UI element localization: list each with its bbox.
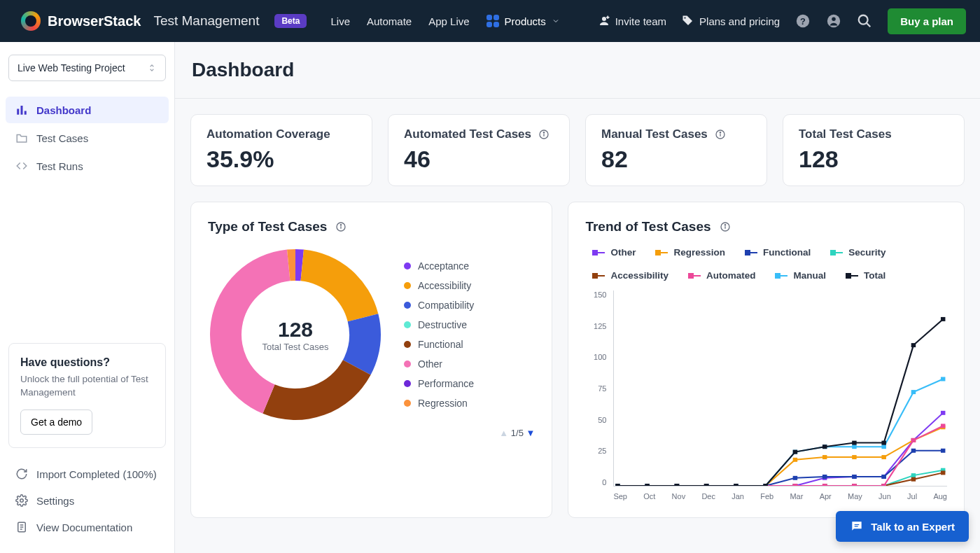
svg-rect-62: [882, 475, 886, 479]
invite-team-button[interactable]: Invite team: [598, 15, 666, 27]
app-header: BrowserStack Test Management Beta Live A…: [0, 0, 980, 42]
info-icon[interactable]: [720, 221, 731, 232]
svg-line-8: [867, 23, 871, 27]
svg-rect-110: [882, 444, 886, 449]
legend-label: Accessibility: [610, 270, 668, 281]
legend-item: Other: [592, 247, 636, 258]
nav-products[interactable]: Products: [486, 15, 560, 27]
svg-rect-121: [853, 441, 857, 445]
legend-item: Automated: [688, 270, 756, 281]
svg-point-22: [720, 132, 720, 133]
sidebar-item-testruns[interactable]: Test Runs: [6, 153, 169, 179]
legend-item: Acceptance: [404, 260, 474, 272]
svg-rect-123: [911, 343, 916, 347]
card-total-tests: Total Test Cases 128: [783, 114, 965, 186]
legend-item: Accessibility: [404, 280, 474, 291]
svg-rect-49: [853, 455, 857, 459]
page-title: Dashboard: [175, 42, 980, 98]
sidebar-item-testcases[interactable]: Test Cases: [6, 125, 169, 151]
svg-rect-124: [941, 317, 945, 321]
svg-point-19: [543, 132, 544, 133]
search-icon[interactable]: [857, 13, 872, 29]
nav-live[interactable]: Live: [330, 15, 350, 27]
sidebar-item-label: Test Runs: [36, 160, 83, 172]
svg-rect-115: [675, 484, 679, 486]
legend-item: Accessibility: [592, 270, 668, 281]
legend-item: Other: [404, 358, 474, 370]
svg-rect-97: [853, 484, 857, 486]
code-icon: [15, 160, 28, 172]
sidebar-docs[interactable]: View Documentation: [6, 514, 169, 540]
pager-prev-icon[interactable]: ▲: [499, 428, 508, 438]
help-icon[interactable]: ?: [795, 13, 811, 29]
svg-point-2: [684, 17, 685, 18]
questions-title: Have questions?: [20, 356, 154, 369]
sidebar-settings[interactable]: Settings: [6, 487, 169, 514]
legend-item: Regression: [404, 398, 474, 409]
sidebar-footer-label: Import Completed (100%): [36, 468, 157, 480]
pager-next-icon[interactable]: ▼: [526, 428, 536, 438]
legend-label: Automated: [706, 270, 756, 281]
svg-point-6: [832, 18, 836, 22]
legend-label: Functional: [763, 247, 811, 258]
svg-rect-116: [704, 484, 708, 486]
panel-title: Type of Test Cases: [208, 219, 327, 234]
legend-dot-icon: [404, 262, 411, 270]
donut-legend: AcceptanceAccessibilityCompatibilityDest…: [404, 260, 474, 409]
svg-rect-96: [822, 484, 827, 486]
donut-chart: 128 Total Test Cases: [208, 247, 383, 422]
legend-label: Regression: [673, 247, 725, 258]
info-icon[interactable]: [538, 129, 550, 140]
pager-text: 1/5: [511, 428, 524, 438]
legend-item: Manual: [775, 270, 826, 281]
chat-widget[interactable]: Talk to an Expert: [836, 511, 969, 542]
svg-rect-11: [24, 111, 27, 115]
plans-pricing-link[interactable]: Plans and pricing: [682, 15, 780, 27]
svg-rect-63: [911, 449, 916, 453]
chat-icon: [850, 519, 864, 533]
svg-rect-109: [853, 444, 857, 449]
brand-name: BrowserStack: [48, 13, 141, 29]
brand-logo[interactable]: BrowserStack: [21, 11, 141, 31]
logo-icon: [21, 11, 41, 31]
sidebar-nav: Dashboard Test Cases Test Runs: [6, 97, 169, 179]
invite-icon: [598, 15, 610, 27]
sidebar-import-status[interactable]: Import Completed (100%): [6, 461, 169, 487]
get-demo-button[interactable]: Get a demo: [20, 410, 92, 435]
info-icon[interactable]: [335, 221, 346, 232]
nav-automate[interactable]: Automate: [367, 15, 412, 27]
legend-label: Accessibility: [418, 280, 471, 291]
card-value: 82: [601, 146, 751, 173]
legend-label: Destructive: [418, 319, 467, 330]
card-automation-coverage: Automation Coverage 35.9%: [190, 114, 372, 186]
sidebar-footer-label: Settings: [36, 495, 74, 507]
stat-cards: Automation Coverage 35.9% Automated Test…: [190, 114, 965, 186]
refresh-icon: [15, 468, 28, 480]
nav-applive[interactable]: App Live: [428, 15, 469, 27]
user-icon[interactable]: [826, 13, 841, 29]
buy-plan-button[interactable]: Buy a plan: [888, 8, 966, 34]
svg-rect-100: [941, 424, 945, 428]
sidebar-footer: Import Completed (100%) Settings View Do…: [6, 461, 169, 540]
svg-rect-64: [941, 449, 945, 453]
svg-rect-50: [882, 455, 886, 459]
svg-rect-99: [911, 438, 916, 442]
trend-chart: 1501251007550250 SepOctNovDecJanFebMarAp…: [606, 290, 947, 500]
info-icon[interactable]: [715, 129, 726, 140]
tag-icon: [682, 15, 694, 27]
legend-label: Functional: [418, 339, 463, 350]
card-title: Automation Coverage: [206, 127, 330, 141]
legend-label: Acceptance: [418, 260, 469, 272]
plans-label: Plans and pricing: [699, 15, 780, 27]
sidebar-item-dashboard[interactable]: Dashboard: [6, 97, 169, 123]
card-value: 46: [404, 146, 554, 173]
legend-label: Security: [848, 247, 886, 258]
document-icon: [15, 521, 28, 533]
card-title: Manual Test Cases: [601, 127, 708, 141]
project-select[interactable]: Live Web Testing Project: [8, 55, 166, 81]
card-manual-tests: Manual Test Cases 82: [585, 114, 767, 186]
svg-rect-111: [911, 390, 916, 394]
invite-label: Invite team: [615, 15, 666, 27]
svg-rect-98: [882, 484, 886, 486]
legend-dot-icon: [404, 400, 411, 407]
